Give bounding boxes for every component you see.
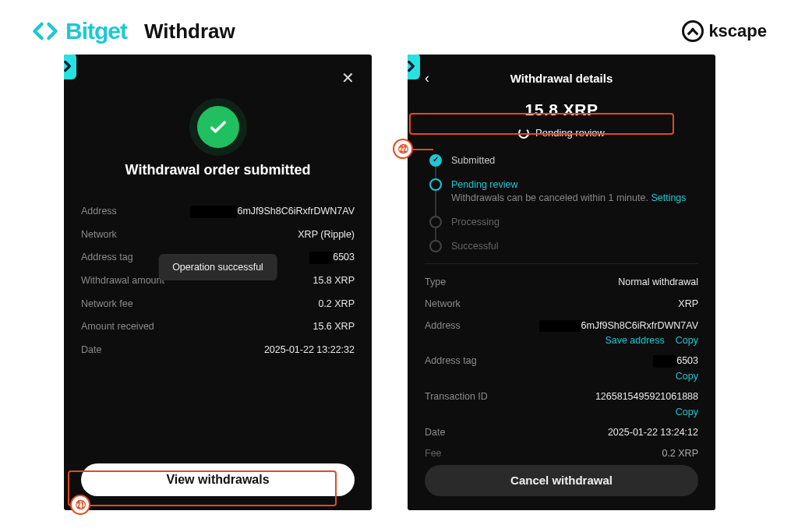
kscape-icon <box>682 20 704 42</box>
annotation-line-22 <box>413 149 433 150</box>
screen-withdraw-submitted: ✕ Withdrawal order submitted Address xp·… <box>64 55 372 510</box>
annotation-step-21: ㉑ <box>70 495 90 515</box>
app-badge-icon <box>408 55 420 79</box>
copy-txid-link[interactable]: Copy <box>676 407 698 417</box>
brand-text: Bitget <box>65 18 127 44</box>
timeline-dot-processing <box>429 216 442 228</box>
success-check-icon <box>197 106 239 148</box>
timeline-pending: Pending review <box>451 178 687 192</box>
value-network2: XRP <box>678 298 698 311</box>
value-date: 2025-01-22 13:22:32 <box>264 344 355 357</box>
screen-withdrawal-details: ‹ Withdrawal details 15.8 XRP Pending re… <box>408 55 715 510</box>
value-date2: 2025-01-22 13:24:12 <box>608 427 698 439</box>
settings-link[interactable]: Settings <box>651 192 686 203</box>
label-tag2: Address tag <box>425 355 477 366</box>
value-network-fee: 0.2 XRP <box>318 298 355 311</box>
timeline-submitted: Submitted <box>451 154 495 167</box>
spinner-icon <box>518 128 529 139</box>
label-address: Address <box>81 206 117 217</box>
cancel-withdrawal-button[interactable]: Cancel withdrawal <box>425 465 698 496</box>
label-network-fee: Network fee <box>81 298 133 309</box>
status-pending-review: Pending review <box>425 127 698 139</box>
label-network: Network <box>81 229 117 240</box>
copy-address-link[interactable]: Copy <box>676 335 698 346</box>
value-address-tag: 42···6503 <box>309 252 355 264</box>
label-withdrawal-amount: Withdrawal amount <box>81 275 164 286</box>
value-amount-received: 15.6 XRP <box>312 321 355 333</box>
value-network: XRP (Ripple) <box>298 229 355 241</box>
back-icon[interactable]: ‹ <box>425 70 429 86</box>
status-timeline: Submitted Pending review Withdrawals can… <box>425 154 698 252</box>
timeline-dot-submitted <box>429 154 442 167</box>
close-icon[interactable]: ✕ <box>341 69 355 87</box>
value-address: xp············6mJf9Sh8C6iRxfrDWN7AV <box>190 206 355 218</box>
label-type: Type <box>425 277 446 287</box>
value-tag2: 42···6503 <box>653 355 698 368</box>
value-type: Normal withdrawal <box>618 277 698 289</box>
label-network2: Network <box>425 298 461 309</box>
page-title: Withdraw <box>144 19 235 44</box>
label-date: Date <box>81 344 101 355</box>
timeline-dot-successful <box>429 240 442 252</box>
kscape-text: kscape <box>708 21 767 41</box>
pending-label: Pending review <box>535 127 605 139</box>
label-address-tag: Address tag <box>81 252 133 262</box>
details-amount: 15.8 XRP <box>425 100 698 119</box>
value-address2: p4l·········6mJf9Sh8C6iRxfrDWN7AV <box>539 320 698 333</box>
timeline-dot-pending <box>429 178 442 191</box>
label-fee2: Fee <box>425 448 442 459</box>
bitget-logo: Bitget <box>31 17 127 45</box>
timeline-processing: Processing <box>451 216 500 229</box>
timeline-pending-note: Withdrawals can be canceled within 1 min… <box>451 192 687 205</box>
submitted-heading: Withdrawal order submitted <box>81 162 355 178</box>
value-fee2: 0.2 XRP <box>662 448 698 460</box>
label-txid: Transaction ID <box>425 391 488 402</box>
label-date2: Date <box>425 427 445 438</box>
value-txid: 1265815495921061888 <box>595 391 698 403</box>
view-withdrawals-button[interactable]: View withdrawals <box>81 463 355 496</box>
copy-tag-link[interactable]: Copy <box>676 371 698 382</box>
annotation-step-22: ㉒ <box>393 139 413 159</box>
timeline-successful: Successful <box>451 240 498 253</box>
toast-operation-successful: Operation successful <box>158 254 277 280</box>
details-title: Withdrawal details <box>510 72 613 85</box>
label-amount-received: Amount received <box>81 321 154 332</box>
annotation-line-21 <box>90 505 104 506</box>
label-address2: Address <box>425 320 461 331</box>
save-address-link[interactable]: Save address <box>605 335 664 346</box>
value-withdrawal-amount: 15.8 XRP <box>312 275 355 287</box>
bitget-arrows-icon <box>31 17 59 45</box>
kscape-logo: kscape <box>682 20 767 42</box>
app-badge-icon <box>64 55 76 79</box>
